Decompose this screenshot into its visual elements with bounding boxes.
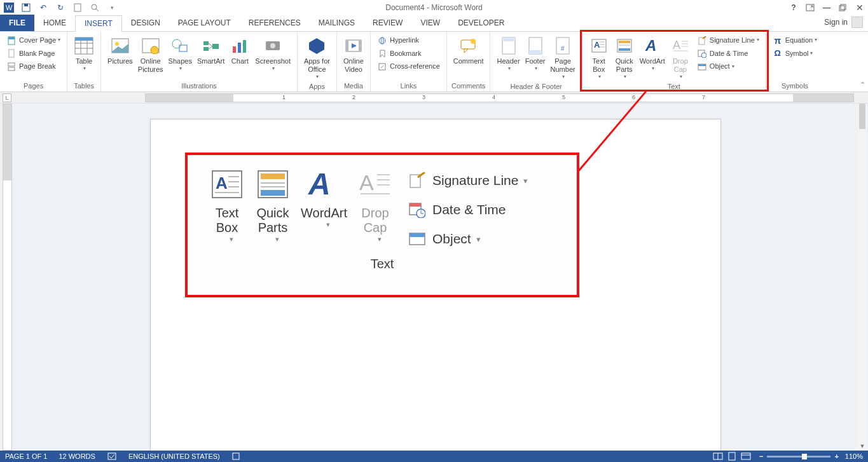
date-time-button[interactable]: Date & Time (694, 48, 762, 60)
page-number-button[interactable]: #PageNumber (548, 34, 578, 81)
svg-marker-47 (380, 50, 385, 57)
svg-text:A: A (216, 173, 228, 193)
tab-review[interactable]: REVIEW (364, 15, 411, 31)
horizontal-ruler[interactable]: 1 2 3 4 5 6 7 (145, 93, 854, 102)
screenshot-button[interactable]: Screenshot (252, 34, 293, 73)
callout-wordart: A WordArt (296, 166, 352, 229)
tab-view[interactable]: VIEW (411, 15, 449, 31)
hyperlink-button[interactable]: Hyperlink (375, 34, 443, 47)
tab-selector[interactable]: L (3, 93, 11, 102)
macro-icon[interactable] (231, 452, 240, 461)
qat-more-icon[interactable]: ▾ (107, 3, 117, 13)
svg-rect-54 (502, 37, 515, 41)
tab-developer[interactable]: DEVELOPER (449, 15, 513, 31)
smartart-button[interactable]: SmartArt (195, 34, 227, 67)
cross-reference-button[interactable]: Cross-reference (375, 60, 443, 73)
text-box-button[interactable]: ATextBox (586, 34, 612, 81)
tab-references[interactable]: REFERENCES (240, 15, 310, 31)
cross-ref-icon (377, 62, 387, 72)
footer-button[interactable]: Footer (523, 34, 548, 73)
ribbon: Cover Page Blank Page Page Break Pages T… (0, 32, 868, 92)
signature-line-button[interactable]: Signature Line (694, 34, 762, 47)
close-icon[interactable]: ✕ (855, 3, 864, 13)
tab-page-layout[interactable]: PAGE LAYOUT (169, 15, 240, 31)
equation-button[interactable]: πEquation (770, 34, 820, 47)
print-layout-icon[interactable] (726, 452, 738, 461)
hyperlink-icon (377, 36, 387, 46)
header-button[interactable]: Header (494, 34, 522, 73)
vertical-ruler[interactable] (3, 104, 12, 451)
object-button[interactable]: Object (694, 60, 762, 73)
svg-rect-37 (243, 40, 246, 53)
scroll-thumb[interactable] (859, 104, 865, 129)
sign-in[interactable]: Sign in (824, 17, 863, 28)
status-language[interactable]: ENGLISH (UNITED STATES) (128, 452, 220, 460)
status-page[interactable]: PAGE 1 OF 1 (5, 452, 47, 460)
document-page[interactable]: A TextBox QuickParts A WordArt A DropCap… (150, 119, 721, 462)
print-preview-icon[interactable] (90, 3, 100, 13)
zoom-out-icon[interactable]: − (759, 452, 763, 460)
svg-rect-14 (8, 37, 15, 39)
tab-insert[interactable]: INSERT (75, 15, 122, 32)
new-doc-icon[interactable] (72, 3, 83, 13)
shapes-button[interactable]: Shapes (166, 34, 195, 73)
group-media-label: Media (341, 81, 366, 92)
read-mode-icon[interactable] (712, 452, 724, 461)
chart-button[interactable]: Chart (227, 34, 252, 67)
quick-parts-button[interactable]: QuickParts (612, 34, 637, 81)
chart-icon (230, 36, 250, 56)
svg-rect-56 (529, 50, 542, 54)
ribbon-display-icon[interactable] (806, 4, 815, 11)
signature-icon (697, 36, 707, 46)
svg-text:A: A (359, 170, 374, 194)
drop-cap-button[interactable]: ADropCap (668, 34, 693, 81)
table-button[interactable]: Table (71, 34, 97, 73)
blank-page-button[interactable]: Blank Page (4, 48, 63, 60)
zoom-level[interactable]: 110% (845, 452, 863, 460)
save-icon[interactable] (21, 3, 31, 13)
bookmark-icon (377, 48, 387, 58)
web-layout-icon[interactable] (740, 452, 752, 461)
status-words[interactable]: 12 WORDS (59, 452, 95, 460)
undo-icon[interactable]: ↶ (38, 3, 48, 13)
svg-point-28 (172, 39, 181, 48)
help-icon[interactable]: ? (789, 3, 798, 12)
comment-icon (458, 36, 479, 56)
quick-parts-icon (614, 36, 635, 56)
restore-icon[interactable] (839, 4, 848, 11)
drop-cap-icon: A (670, 36, 691, 56)
wordart-icon: A (306, 166, 341, 202)
zoom-in-icon[interactable]: + (834, 452, 838, 460)
svg-rect-30 (203, 41, 209, 45)
redo-icon[interactable]: ↻ (55, 3, 65, 13)
callout-text-box: A TextBox (204, 166, 250, 243)
svg-rect-87 (261, 173, 285, 179)
table-icon (74, 36, 94, 56)
cover-page-button[interactable]: Cover Page (4, 34, 63, 47)
online-video-button[interactable]: OnlineVideo (341, 34, 366, 75)
tab-home[interactable]: HOME (34, 15, 75, 31)
scroll-down-icon[interactable]: ▼ (858, 443, 867, 449)
collapse-ribbon-icon[interactable]: ⌃ (860, 81, 865, 89)
svg-text:A: A (594, 40, 600, 50)
comment-button[interactable]: Comment (451, 34, 486, 67)
symbol-button[interactable]: ΩSymbol (770, 48, 820, 60)
online-pictures-icon (141, 36, 161, 56)
svg-rect-106 (108, 453, 116, 459)
spellcheck-icon[interactable] (107, 452, 117, 461)
tab-file[interactable]: FILE (0, 15, 34, 31)
bookmark-button[interactable]: Bookmark (375, 48, 443, 60)
svg-line-49 (381, 65, 383, 68)
minimize-icon[interactable]: — (822, 3, 831, 12)
wordart-button[interactable]: AWordArt (637, 34, 668, 73)
tab-design[interactable]: DESIGN (122, 15, 169, 31)
page-break-button[interactable]: Page Break (4, 60, 63, 73)
vertical-scrollbar[interactable]: ▲ ▼ (858, 104, 867, 451)
pictures-button[interactable]: Pictures (105, 34, 135, 67)
svg-line-6 (96, 9, 99, 11)
apps-for-office-button[interactable]: Apps forOffice (301, 34, 333, 81)
online-pictures-button[interactable]: OnlinePictures (135, 34, 166, 75)
tab-mailings[interactable]: MAILINGS (310, 15, 364, 31)
zoom-slider[interactable] (767, 456, 830, 458)
svg-rect-79 (698, 64, 706, 66)
